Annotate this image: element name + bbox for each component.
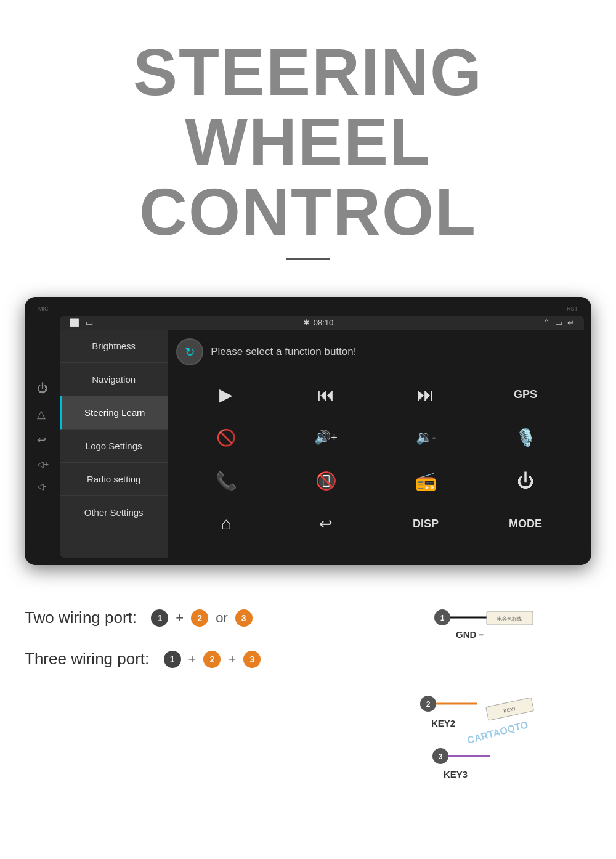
- sidebar-menu: Brightness Navigation Steering Learn Log…: [60, 330, 168, 558]
- wiring-section: Two wiring port: 1 + 2 or 3 Three wiring…: [0, 584, 616, 824]
- node1-circle-two: 1: [151, 609, 168, 627]
- mic-label: MIC: [38, 306, 49, 312]
- node3-circle-three: 3: [243, 651, 261, 668]
- window-icon: ▭: [555, 318, 562, 327]
- svg-text:KEY2: KEY2: [431, 718, 455, 728]
- two-port-label: Two wiring port:: [25, 608, 137, 627]
- home-side-icon[interactable]: △: [37, 407, 49, 421]
- main-screen: ⬜ ▭ ✱ 08:10 ⌃ ▭ ↩: [60, 316, 584, 558]
- power-side-icon[interactable]: ⏻: [37, 382, 49, 395]
- hang-up-button[interactable]: 📵: [282, 464, 370, 497]
- svg-text:3: 3: [439, 752, 443, 761]
- back-icon[interactable]: ↩: [567, 318, 574, 327]
- mode-button[interactable]: MODE: [482, 507, 569, 540]
- back-side-icon[interactable]: ↩: [37, 433, 49, 447]
- bluetooth-icon: ✱: [303, 318, 310, 327]
- wire-svg: 电容色标线 KEY1 1 2 3 GND－ KEY2: [394, 602, 591, 799]
- recent-apps-icon[interactable]: ▭: [86, 318, 93, 327]
- title-section: STEERING WHEEL CONTROL: [0, 0, 616, 297]
- gps-button[interactable]: GPS: [482, 378, 569, 411]
- next-button[interactable]: ⏭: [382, 378, 469, 411]
- disp-button[interactable]: DISP: [382, 507, 469, 540]
- three-port-label: Three wiring port:: [25, 649, 149, 669]
- wiring-diagram: 电容色标线 KEY1 1 2 3 GND－ KEY2: [394, 602, 591, 799]
- svg-text:2: 2: [426, 700, 431, 709]
- side-buttons: ⏻ △ ↩ ◁+ ◁-: [32, 316, 54, 558]
- vol-up-button[interactable]: 🔊+: [282, 421, 370, 454]
- radio-button[interactable]: 📻: [382, 464, 469, 497]
- back-func-button[interactable]: ↩: [282, 507, 370, 540]
- screen-content: Brightness Navigation Steering Learn Log…: [60, 330, 584, 558]
- power-button[interactable]: ⏻: [482, 464, 569, 497]
- rst-label: RST: [567, 306, 578, 312]
- refresh-button[interactable]: ↻: [176, 338, 203, 365]
- sidebar-item-other-settings[interactable]: Other Settings: [60, 496, 168, 529]
- node1-circle-three: 1: [164, 651, 181, 668]
- sidebar-item-navigation[interactable]: Navigation: [60, 363, 168, 396]
- panel-title: Please select a function button!: [211, 346, 356, 358]
- signal-icon: ⌃: [543, 318, 550, 327]
- sidebar-item-logo-settings[interactable]: Logo Settings: [60, 430, 168, 463]
- node2-circle-two: 2: [191, 609, 208, 627]
- function-grid: ▶ ⏮ ⏭ GPS 🚫 🔊+ 🔉- 🎙️ 📞 📵: [176, 378, 575, 540]
- home-icon[interactable]: ⬜: [70, 318, 79, 327]
- prev-button[interactable]: ⏮: [282, 378, 370, 411]
- svg-text:KEY3: KEY3: [444, 769, 468, 780]
- device-top-bar: MIC RST: [32, 304, 584, 316]
- svg-text:电容色标线: 电容色标线: [497, 616, 522, 622]
- sidebar-item-radio-setting[interactable]: Radio setting: [60, 463, 168, 496]
- play-button[interactable]: ▶: [182, 378, 270, 411]
- three-port-line: Three wiring port: 1 + 2 + 3: [25, 649, 394, 669]
- sidebar-item-brightness[interactable]: Brightness: [60, 330, 168, 363]
- clock-display: 08:10: [314, 318, 334, 327]
- svg-text:CARTAOQTO: CARTAOQTO: [466, 719, 529, 746]
- car-head-unit: MIC RST ⏻ △ ↩ ◁+ ◁- ⬜ ▭: [25, 297, 591, 565]
- device-wrapper: MIC RST ⏻ △ ↩ ◁+ ◁- ⬜ ▭: [0, 297, 616, 565]
- node2-circle-three: 2: [203, 651, 221, 668]
- phone-button[interactable]: 📞: [182, 464, 270, 497]
- status-bar: ⬜ ▭ ✱ 08:10 ⌃ ▭ ↩: [60, 316, 584, 330]
- sidebar-item-steering-learn[interactable]: Steering Learn: [60, 396, 168, 430]
- vol-up-side-icon[interactable]: ◁+: [37, 459, 49, 469]
- page-title: STEERING WHEEL CONTROL: [25, 37, 591, 246]
- wire-visual: 电容色标线 KEY1 1 2 3 GND－ KEY2: [394, 602, 591, 799]
- vol-down-side-icon[interactable]: ◁-: [37, 481, 49, 491]
- vol-down-button[interactable]: 🔉-: [382, 421, 469, 454]
- wiring-instructions: Two wiring port: 1 + 2 or 3 Three wiring…: [25, 608, 394, 691]
- device-body: ⏻ △ ↩ ◁+ ◁- ⬜ ▭ ✱ 08:10: [32, 316, 584, 558]
- title-divider: [286, 258, 330, 260]
- mute-button[interactable]: 🚫: [182, 421, 270, 454]
- svg-text:1: 1: [440, 614, 445, 622]
- panel-header: ↻ Please select a function button!: [176, 338, 575, 365]
- mic-button[interactable]: 🎙️: [482, 421, 569, 454]
- svg-text:GND－: GND－: [456, 629, 485, 640]
- node3-circle-two: 3: [235, 609, 253, 627]
- main-panel: ↻ Please select a function button! ▶ ⏮ ⏭…: [168, 330, 584, 558]
- home-button[interactable]: ⌂: [182, 507, 270, 540]
- two-port-line: Two wiring port: 1 + 2 or 3: [25, 608, 394, 627]
